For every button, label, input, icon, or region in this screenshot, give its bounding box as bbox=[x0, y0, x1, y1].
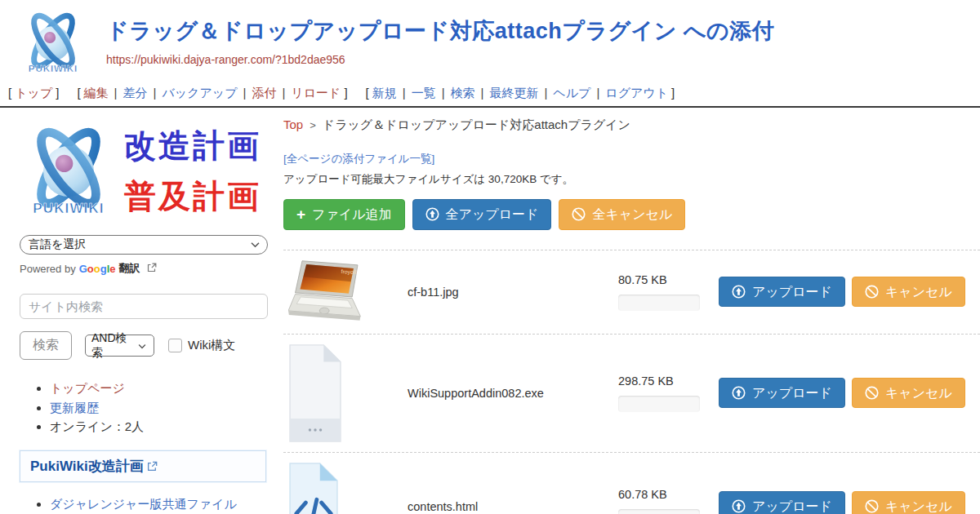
nav-bracket: [ bbox=[8, 86, 11, 100]
nav-link-backup[interactable]: バックアップ bbox=[162, 86, 237, 100]
nav-link-logout[interactable]: ログアウト bbox=[605, 86, 668, 100]
nav-link-edit[interactable]: 編集 bbox=[84, 86, 109, 100]
online-count: オンライン：2人 bbox=[50, 419, 144, 433]
upload-progress-bar bbox=[618, 295, 700, 311]
list-item: オンライン：2人 bbox=[50, 418, 271, 436]
upload-button[interactable]: アップロード bbox=[719, 378, 845, 409]
main-content: Top>ドラッグ＆ドロップアップロード対応attachプラグイン [全ページの添… bbox=[271, 108, 980, 514]
file-size: 298.75 KB bbox=[618, 374, 719, 388]
sidebar-link-common-files[interactable]: ダジャレンジャー版共通ファイル bbox=[50, 497, 237, 511]
file-name: cf-b11.jpg bbox=[408, 286, 618, 299]
nav-bracket: ] bbox=[56, 86, 59, 100]
nav-bracket: ] bbox=[344, 86, 347, 100]
breadcrumb-current-page: ドラッグ＆ドロップアップロード対応attachプラグイン bbox=[323, 117, 630, 131]
upload-progress-bar bbox=[618, 396, 700, 412]
logo-caption: PUKIWIKI bbox=[33, 201, 104, 216]
google-logo: Google bbox=[79, 263, 116, 275]
nav-link-attach[interactable]: 添付 bbox=[252, 86, 276, 100]
wiki-syntax-checkbox[interactable] bbox=[168, 339, 182, 352]
sidebar-bottom-links: ダジャレンジャー版共通ファイル PukiWiki本体改造 PukiWikiテキス… bbox=[20, 495, 271, 514]
list-item: トップページ bbox=[50, 379, 271, 398]
site-title-box: PukiWiki改造計画 bbox=[20, 450, 266, 482]
upload-button[interactable]: アップロード bbox=[719, 491, 845, 514]
breadcrumb-home-link[interactable]: Top bbox=[283, 117, 303, 131]
upload-circle-icon bbox=[425, 207, 439, 221]
nav-link-reload[interactable]: リロード bbox=[291, 86, 341, 100]
external-link-icon bbox=[147, 460, 158, 475]
nav-link-new[interactable]: 新規 bbox=[372, 86, 397, 100]
list-item: 更新履歴 bbox=[50, 399, 271, 418]
cancel-all-button[interactable]: 全キャンセル bbox=[559, 199, 685, 230]
language-select[interactable]: 言語を選択 bbox=[20, 235, 268, 255]
page-header: PUKIWIKI ドラッグ＆ドロップアップロード対応attachプラグイン への… bbox=[0, 0, 980, 80]
upload-all-button[interactable]: 全アップロード bbox=[412, 199, 552, 230]
google-translate-attribution[interactable]: Powered by Google 翻訳 bbox=[20, 261, 271, 276]
nav-link-top[interactable]: トップ bbox=[15, 86, 52, 100]
nav-bracket: ] bbox=[671, 86, 675, 100]
html-file-icon bbox=[283, 462, 408, 514]
file-name: WikiSupportAddin082.exe bbox=[408, 387, 618, 400]
generic-file-icon bbox=[283, 343, 408, 443]
nav-link-list[interactable]: 一覧 bbox=[412, 86, 436, 100]
ban-circle-icon bbox=[865, 386, 879, 400]
top-nav-bar: [トップ][編集|差分|バックアップ|添付|リロード][新規|一覧|検索|最終更… bbox=[0, 80, 980, 101]
upload-circle-icon bbox=[732, 499, 746, 513]
nav-link-diff[interactable]: 差分 bbox=[122, 86, 147, 100]
wiki-syntax-label: Wiki構文 bbox=[188, 338, 235, 353]
sidebar-link-history[interactable]: 更新履歴 bbox=[50, 401, 99, 414]
nav-link-help[interactable]: ヘルプ bbox=[553, 86, 590, 100]
file-row: froyo8 cf-b11.jpg 80.75 KB アップロード bbox=[283, 250, 980, 334]
search-mode-select[interactable]: AND検索 bbox=[85, 335, 154, 357]
sidebar-top-links: トップページ 更新履歴 オンライン：2人 bbox=[20, 379, 271, 436]
nav-bracket: [ bbox=[77, 86, 80, 100]
pukiwiki-logo-icon[interactable]: PUKIWIKI bbox=[18, 7, 88, 80]
search-button[interactable]: 検索 bbox=[20, 331, 72, 360]
nav-link-recent[interactable]: 最終更新 bbox=[489, 86, 538, 100]
file-name: contents.html bbox=[408, 500, 618, 513]
upload-toolbar: + ファイル追加 全アップロード 全キャンセル bbox=[283, 199, 980, 230]
nav-bracket: [ bbox=[366, 86, 369, 100]
breadcrumb-separator: > bbox=[310, 119, 316, 131]
list-item: ダジャレンジャー版共通ファイル bbox=[50, 495, 271, 514]
file-row: contents.html 60.78 KB アップロード キャンセル bbox=[283, 452, 980, 514]
nav-link-search[interactable]: 検索 bbox=[451, 86, 475, 100]
file-row: WikiSupportAddin082.exe 298.75 KB アップロード… bbox=[283, 334, 980, 452]
upload-circle-icon bbox=[732, 285, 746, 299]
add-files-button[interactable]: + ファイル追加 bbox=[283, 199, 405, 230]
external-link-icon bbox=[147, 263, 157, 275]
ban-circle-icon bbox=[865, 285, 879, 299]
breadcrumb: Top>ドラッグ＆ドロップアップロード対応attachプラグイン bbox=[283, 117, 980, 133]
page-title: ドラッグ＆ドロップアップロード対応attachプラグイン への添付 bbox=[106, 16, 774, 46]
logo-text-fukyuu: 普及計画 bbox=[124, 175, 261, 219]
site-title-link[interactable]: PukiWiki改造計画 bbox=[30, 459, 144, 474]
sidebar: PUKIWIKI 改造計画 普及計画 言語を選択 Powered by Goog… bbox=[0, 108, 271, 514]
file-size: 60.78 KB bbox=[618, 488, 719, 501]
cancel-button[interactable]: キャンセル bbox=[852, 491, 965, 514]
plus-icon: + bbox=[296, 206, 305, 222]
page-url[interactable]: https://pukiwiki.dajya-ranger.com/?1bd2d… bbox=[106, 53, 774, 66]
file-size: 80.75 KB bbox=[618, 273, 719, 286]
chevron-down-icon bbox=[251, 237, 260, 250]
cancel-button[interactable]: キャンセル bbox=[852, 277, 965, 308]
upload-file-list: froyo8 cf-b11.jpg 80.75 KB アップロード bbox=[283, 250, 980, 514]
upload-progress-bar bbox=[618, 509, 700, 514]
upload-button[interactable]: アップロード bbox=[719, 277, 845, 308]
ban-circle-icon bbox=[865, 499, 879, 513]
sidebar-logo[interactable]: PUKIWIKI 改造計画 普及計画 bbox=[20, 121, 271, 222]
logo-text-kaizou: 改造計画 bbox=[124, 124, 261, 168]
upload-circle-icon bbox=[732, 386, 746, 400]
chevron-down-icon bbox=[138, 338, 146, 351]
sidebar-link-toppage[interactable]: トップページ bbox=[50, 381, 125, 395]
max-filesize-text: アップロード可能最大ファイルサイズは 30,720KB です。 bbox=[283, 172, 980, 187]
ban-circle-icon bbox=[572, 207, 586, 221]
svg-text:PUKIWIKI: PUKIWIKI bbox=[29, 63, 78, 73]
pukiwiki-atom-icon: PUKIWIKI bbox=[20, 121, 118, 222]
laptop-photo-thumbnail: froyo8 bbox=[283, 259, 408, 325]
all-attachments-link[interactable]: [全ページの添付ファイル一覧] bbox=[283, 153, 434, 165]
cancel-button[interactable]: キャンセル bbox=[852, 378, 965, 409]
site-search-input[interactable] bbox=[20, 294, 268, 319]
